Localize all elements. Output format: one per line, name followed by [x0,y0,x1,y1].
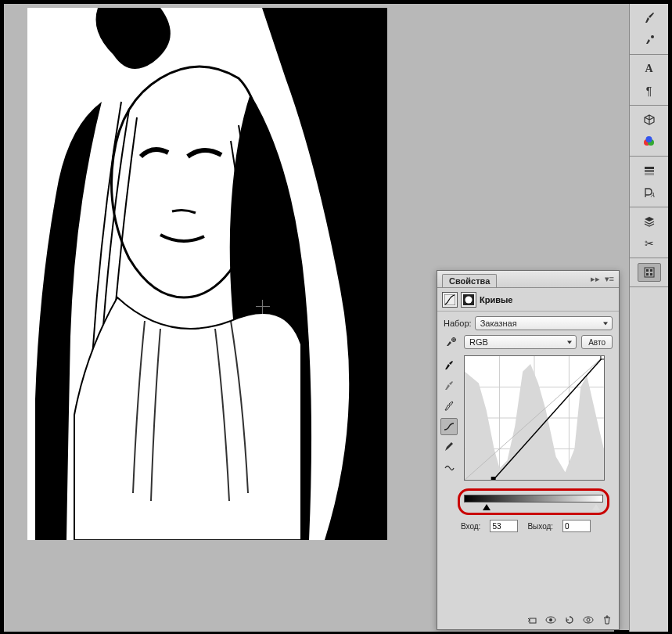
adjustment-title: Кривые [480,295,512,304]
svg-point-31 [587,618,590,621]
channel-dropdown[interactable]: RGB [464,335,577,349]
black-point-handle[interactable] [483,504,491,510]
canvas-document[interactable] [27,8,387,540]
properties-icon[interactable] [638,263,661,282]
delete-icon[interactable] [600,614,614,626]
svg-text:A: A [650,192,655,199]
reset-icon[interactable] [562,614,577,626]
svg-rect-25 [491,477,496,480]
input-value-field[interactable] [490,520,518,532]
svg-rect-5 [645,167,654,169]
svg-rect-13 [650,273,652,276]
paths-icon[interactable]: A [638,183,661,202]
curves-adjustment-icon [442,292,458,308]
svg-rect-26 [601,356,604,359]
input-output-row: Вход: Выход: [461,520,613,532]
eyedropper-black-icon[interactable] [440,357,458,374]
layer-mask-icon [461,292,476,308]
right-dock: A ¶ A ✂ [629,4,668,632]
paragraph-icon[interactable]: ¶ [638,81,661,100]
svg-point-29 [549,618,552,621]
smooth-curve-icon[interactable] [440,459,458,476]
materials-icon[interactable] [638,132,661,151]
svg-rect-27 [530,618,536,623]
adjustment-header: Кривые [437,288,619,312]
app-frame: A ¶ A ✂ [3,3,669,631]
curves-graph[interactable] [464,355,605,481]
panel-tab-bar: Свойства ▸▸ ▾≡ [437,271,619,288]
properties-panel: Свойства ▸▸ ▾≡ Кривые Набор: Заказная [437,270,620,630]
character-icon[interactable]: A [638,59,661,78]
brush-presets-icon[interactable] [638,31,661,49]
curves-area [464,355,611,493]
adjustments-icon[interactable]: ✂ [638,234,661,253]
preset-dropdown[interactable]: Заказная [475,316,613,330]
output-label: Выход: [527,522,553,531]
output-value-field[interactable] [562,520,591,532]
svg-point-1 [651,35,654,38]
clip-to-layer-icon[interactable] [525,614,539,626]
preset-label: Набор: [444,319,472,328]
auto-button[interactable]: Авто [581,335,613,349]
target-adjustment-tool-icon[interactable] [444,335,459,349]
curves-tool-column [440,357,459,476]
panel-footer [525,614,614,626]
svg-rect-11 [650,269,652,272]
panel-menu-icon[interactable]: ▾≡ [605,274,614,284]
svg-rect-9 [645,268,654,277]
input-slider-area [458,488,609,515]
svg-rect-10 [646,269,649,272]
layers-icon[interactable] [638,212,661,231]
svg-rect-6 [645,170,654,172]
eyedropper-white-icon[interactable] [440,398,458,415]
svg-point-4 [645,136,652,142]
brushes-icon[interactable] [638,9,661,27]
svg-rect-12 [646,273,649,276]
3d-icon[interactable] [638,110,661,129]
collapse-icon[interactable]: ▸▸ [591,274,600,284]
view-previous-state-icon[interactable] [544,614,558,626]
input-gradient-bar[interactable] [464,495,603,503]
curve-point-tool-icon[interactable] [440,418,458,435]
svg-point-30 [584,617,593,623]
white-point-handle[interactable] [592,504,600,510]
pencil-curve-tool-icon[interactable] [440,438,458,456]
visibility-icon[interactable] [581,614,595,626]
channels-icon[interactable] [638,161,661,180]
svg-point-16 [465,296,473,303]
input-label: Вход: [461,522,480,531]
svg-rect-7 [645,173,654,175]
panel-tab-properties[interactable]: Свойства [442,274,497,287]
eyedropper-gray-icon[interactable] [440,377,458,394]
